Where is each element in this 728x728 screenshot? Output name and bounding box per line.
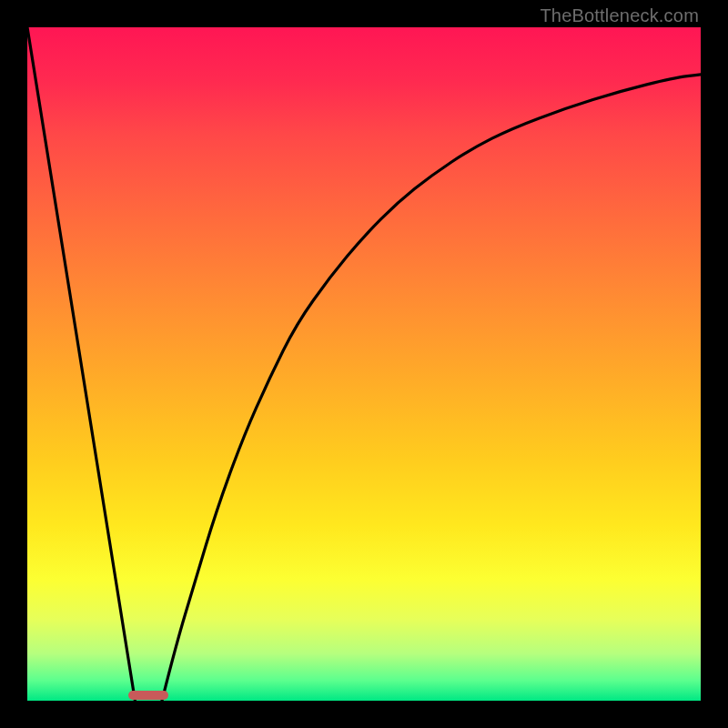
right-curve [162, 75, 701, 701]
bottleneck-marker-bar [128, 691, 168, 700]
plot-area [27, 27, 701, 701]
watermark-text: TheBottleneck.com [540, 5, 699, 26]
chart-frame: TheBottleneck.com [0, 0, 728, 728]
left-line-segment [27, 27, 135, 701]
curve-layer [27, 27, 701, 701]
